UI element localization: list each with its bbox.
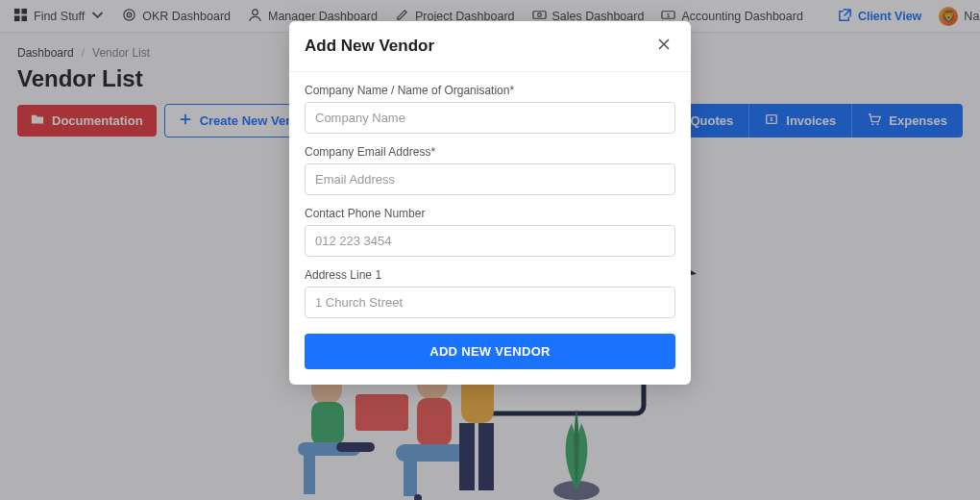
company-name-label: Company Name / Name of Organisation* xyxy=(305,84,675,97)
modal-body: Company Name / Name of Organisation* Com… xyxy=(289,72,691,385)
modal-header: Add New Vendor xyxy=(289,21,691,72)
email-input[interactable] xyxy=(305,163,675,195)
close-icon xyxy=(656,38,672,55)
add-vendor-submit-button[interactable]: ADD NEW VENDOR xyxy=(305,334,675,369)
field-phone: Contact Phone Number xyxy=(305,207,675,257)
address1-input[interactable] xyxy=(305,287,675,318)
modal-overlay[interactable]: Add New Vendor Company Name / Name of Or… xyxy=(0,0,980,500)
modal-title: Add New Vendor xyxy=(305,37,434,56)
phone-label: Contact Phone Number xyxy=(305,207,675,220)
phone-input[interactable] xyxy=(305,225,675,257)
modal-close-button[interactable] xyxy=(652,33,675,60)
add-vendor-modal: Add New Vendor Company Name / Name of Or… xyxy=(289,21,691,385)
address1-label: Address Line 1 xyxy=(305,268,675,282)
company-name-input[interactable] xyxy=(305,102,675,134)
field-email: Company Email Address* xyxy=(305,145,675,195)
email-label: Company Email Address* xyxy=(305,145,675,159)
field-company-name: Company Name / Name of Organisation* xyxy=(305,84,675,134)
field-address1: Address Line 1 xyxy=(305,268,675,318)
